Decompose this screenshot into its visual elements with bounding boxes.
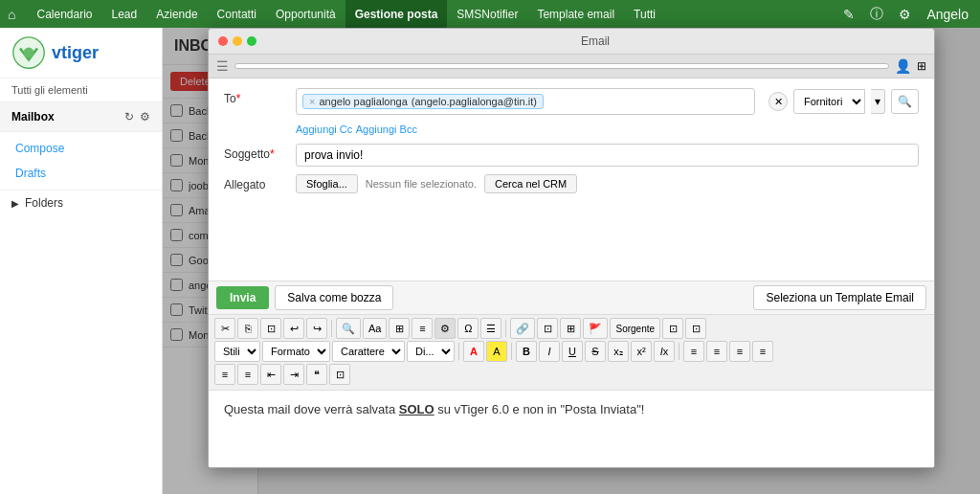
redo-button[interactable]: ↪	[306, 318, 327, 339]
minimize-traffic-light[interactable]	[233, 36, 242, 46]
hr-button[interactable]: ☰	[480, 318, 501, 339]
font-color-button[interactable]: A	[463, 341, 484, 362]
sfoglia-button[interactable]: Sfoglia...	[296, 174, 358, 193]
nav-lead[interactable]: Lead	[102, 0, 147, 28]
salva-bozza-button[interactable]: Salva come bozza	[275, 285, 393, 310]
drafts-link[interactable]: Drafts	[0, 161, 162, 186]
nav-contatti[interactable]: Contatti	[208, 0, 266, 28]
subject-field-row: Soggetto*	[224, 144, 919, 167]
anchor-button[interactable]: ⊡	[537, 318, 558, 339]
align-center-button[interactable]: ≡	[706, 341, 727, 362]
to-field-row: To* × angelo paglialonga (angelo.paglial…	[224, 88, 919, 115]
top-navigation: ⌂ Calendario Lead Aziende Contatti Oppor…	[0, 0, 980, 28]
gear-icon[interactable]: ⚙	[895, 7, 915, 22]
modal-title: Email	[266, 34, 924, 48]
to-search-button[interactable]: 🔍	[891, 89, 919, 114]
source-button[interactable]: Sorgente	[610, 318, 660, 339]
size-select[interactable]: Di...	[407, 341, 455, 362]
folders-section[interactable]: ▶ Folders	[0, 190, 162, 215]
justify-button[interactable]: ≡	[752, 341, 773, 362]
no-file-text: Nessun file selezionato.	[366, 178, 477, 190]
subject-input[interactable]	[296, 144, 919, 167]
editor-content[interactable]: Questa mail dove verrà salvata SOLO su v…	[209, 391, 934, 467]
vtiger-logo-text: vtiger	[52, 43, 99, 63]
add-bcc-link[interactable]: Aggiungi Bcc	[356, 124, 417, 135]
nav-aziende[interactable]: Aziende	[146, 0, 207, 28]
preview-button[interactable]: ⊡	[685, 318, 706, 339]
refresh-icon[interactable]: ↻	[124, 110, 134, 124]
undo-button[interactable]: ↩	[283, 318, 304, 339]
tag-email-addr: (angelo.paglialonga@tin.it)	[412, 96, 537, 107]
paste-button[interactable]: ⊡	[260, 318, 281, 339]
omega-button[interactable]: Ω	[457, 318, 479, 339]
separator	[511, 343, 512, 360]
replace-button[interactable]: Aa	[363, 318, 387, 339]
nav-tutti[interactable]: Tutti	[624, 0, 665, 28]
indent-button[interactable]: ⇥	[283, 364, 304, 385]
compose-link[interactable]: Compose	[0, 136, 162, 161]
link-button[interactable]: 🔗	[510, 318, 535, 339]
modal-body: To* × angelo paglialonga (angelo.paglial…	[209, 79, 934, 281]
ordered-list-button[interactable]: ≡	[214, 364, 235, 385]
mailbox-header: Mailbox ↻ ⚙	[0, 102, 162, 132]
to-field-actions: ✕	[768, 92, 788, 111]
underline-button[interactable]: U	[562, 341, 583, 362]
image-button[interactable]: ⊞	[560, 318, 581, 339]
to-clear-button[interactable]: ✕	[768, 92, 788, 111]
pencil-icon[interactable]: ✎	[839, 7, 858, 22]
template-button[interactable]: Seleziona un Template Email	[753, 285, 926, 310]
find-button[interactable]: 🔍	[336, 318, 361, 339]
special-btn[interactable]: ⚙	[434, 318, 456, 339]
list-button[interactable]: ≡	[412, 318, 433, 339]
special2-button[interactable]: ⊡	[329, 364, 350, 385]
nav-template-email[interactable]: Template email	[527, 0, 624, 28]
align-left-button[interactable]: ≡	[683, 341, 704, 362]
superscript-button[interactable]: x²	[631, 341, 652, 362]
invia-button[interactable]: Invia	[216, 286, 269, 309]
user-menu[interactable]: Angelo	[923, 7, 972, 22]
flag-button[interactable]: 🚩	[583, 318, 608, 339]
outdent-button[interactable]: ⇤	[260, 364, 281, 385]
searchbar-input[interactable]	[234, 63, 889, 69]
modal-titlebar: Email	[209, 29, 934, 55]
table-button[interactable]: ⊞	[389, 318, 410, 339]
styles-select[interactable]: Stili	[214, 341, 260, 362]
sidebar-nav: Compose Drafts	[0, 132, 162, 190]
toolbar-row-2: Stili Formato Carattere Di... A A B I U …	[214, 341, 928, 362]
align-right-button[interactable]: ≡	[729, 341, 750, 362]
template-tb-button[interactable]: ⊡	[662, 318, 683, 339]
font-select[interactable]: Carattere	[332, 341, 405, 362]
cc-bcc-row: Aggiungi Cc Aggiungi Bcc	[224, 123, 919, 136]
info-icon[interactable]: ⓘ	[866, 6, 887, 23]
tag-x[interactable]: ×	[309, 96, 315, 107]
category-select[interactable]: Fornitori	[793, 89, 865, 114]
cerca-crm-button[interactable]: Cerca nel CRM	[484, 174, 577, 193]
attachment-label: Allegato	[224, 174, 296, 191]
category-arrow[interactable]: ▾	[871, 89, 885, 114]
italic-button[interactable]: I	[539, 341, 560, 362]
blockquote-button[interactable]: ❝	[306, 364, 327, 385]
clear-format-button[interactable]: Ix	[654, 341, 675, 362]
to-input-field[interactable]: × angelo paglialonga (angelo.paglialonga…	[296, 88, 755, 115]
format-select[interactable]: Formato	[262, 341, 330, 362]
separator	[679, 343, 679, 360]
nav-opportunita[interactable]: Opportunità	[266, 0, 345, 28]
bold-button[interactable]: B	[516, 341, 537, 362]
subscript-button[interactable]: x₂	[608, 341, 629, 362]
add-cc-link[interactable]: Aggiungi Cc	[296, 124, 352, 135]
home-icon[interactable]: ⌂	[8, 7, 15, 22]
email-tag: × angelo paglialonga (angelo.paglialonga…	[302, 94, 544, 109]
copy-button[interactable]: ⎘	[237, 318, 258, 339]
maximize-traffic-light[interactable]	[247, 36, 256, 46]
mailbox-settings-icon[interactable]: ⚙	[140, 110, 150, 124]
nav-calendario[interactable]: Calendario	[27, 0, 101, 28]
nav-smsnotifier[interactable]: SMSNotifier	[447, 0, 527, 28]
strikethrough-button[interactable]: S	[585, 341, 606, 362]
close-traffic-light[interactable]	[218, 36, 228, 46]
cut-button[interactable]: ✂	[214, 318, 235, 339]
modal-searchbar: ☰ 👤 ⊞	[209, 55, 934, 79]
attachment-row: Sfoglia... Nessun file selezionato. Cerc…	[296, 174, 577, 193]
unordered-list-button[interactable]: ≡	[237, 364, 258, 385]
nav-gestione-posta[interactable]: Gestione posta	[345, 0, 448, 28]
bg-color-button[interactable]: A	[486, 341, 507, 362]
